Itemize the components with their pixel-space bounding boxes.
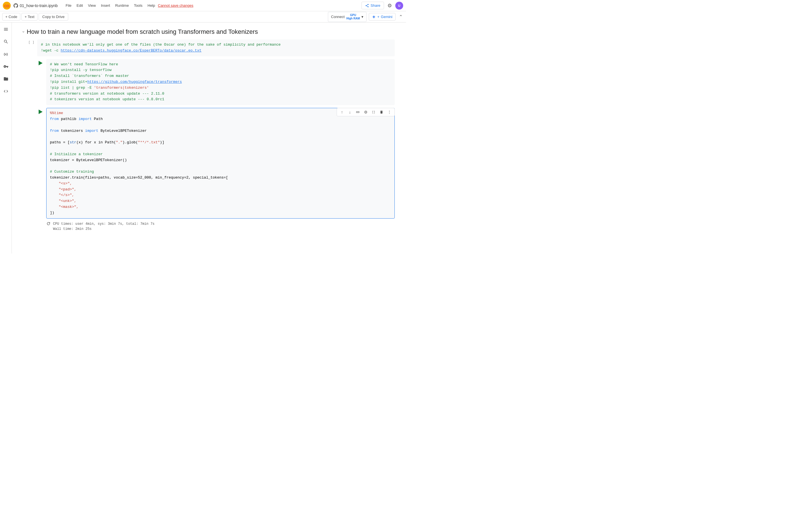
notebook-filename[interactable]: 01_how-to-train.ipynb (20, 3, 58, 8)
expand-cell-icon[interactable] (370, 109, 377, 115)
search-icon (3, 39, 8, 44)
connect-button[interactable]: Connect GPUHigh RAM ▾ (328, 12, 366, 22)
cell-2-line-4: !pip install git+https://github.com/hugg… (50, 79, 391, 85)
cell-3-toolbar: ↑ ↓ ⚙ ⋮ (337, 108, 395, 116)
cell-2-label (23, 59, 37, 60)
cell-3-line-11: tokenizer.train(files=paths, vocab_size=… (50, 175, 391, 181)
share-label: Share (370, 3, 380, 8)
expand-icon[interactable]: ⌃ (398, 13, 404, 20)
share-button[interactable]: Share (361, 2, 384, 9)
wget-prefix: !wget -c (41, 48, 61, 53)
move-down-icon[interactable]: ↓ (347, 109, 353, 115)
notebook-title: 01_how-to-train.ipynb (13, 3, 58, 8)
connect-dropdown-icon[interactable]: ▾ (361, 15, 363, 19)
cell-3-blank-1 (50, 122, 391, 128)
wget-url: https://cdn-datasets.huggingface.co/Espe… (61, 48, 201, 53)
output-line-1: CPU times: user 4min, sys: 3min 7s, tota… (53, 221, 154, 226)
output-content: CPU times: user 4min, sys: 3min 7s, tota… (53, 221, 154, 231)
cell-3-line-15: "<unk>", (50, 198, 391, 204)
cell-3-line-1: from pathlib import Path (50, 116, 391, 122)
main-layout: {x} › How to train a new language model … (0, 22, 406, 253)
topbar-right: Share ⚙ U (361, 2, 403, 10)
cell-3-run-button[interactable] (37, 108, 44, 115)
sidebar-variable-icon[interactable]: {x} (1, 50, 10, 59)
cell-3-line-7: # Initialize a tokenizer (50, 152, 391, 158)
cell-2-line-3: # Install `transformers` from master (50, 73, 391, 79)
menu-insert[interactable]: Insert (99, 2, 112, 9)
cell-2-content[interactable]: # We won't need TensorFlow here !pip uni… (46, 59, 395, 105)
gemini-icon (372, 15, 376, 19)
cell-3-line-16: "<mask>", (50, 204, 391, 210)
colab-logo[interactable]: C O (3, 2, 11, 10)
cell-3-line-12: "<s>", (50, 181, 391, 187)
cell-3-line-17: ]) (50, 210, 391, 216)
topbar: C O 01_how-to-train.ipynb File Edit View… (0, 0, 406, 11)
cell-3-line-8: tokenizer = ByteLevelBPETokenizer() (50, 158, 391, 163)
folder-icon (3, 76, 8, 81)
hamburger-icon (3, 27, 8, 32)
cell-3-line-10: # Customize training (50, 169, 391, 175)
run-triangle-icon (39, 61, 43, 65)
cell-3-content[interactable]: %%time from pathlib import Path from tok… (46, 108, 395, 218)
run-triangle-icon-3 (39, 110, 43, 114)
cell-3-line-13: "<pad>", (50, 187, 391, 193)
cell-3-output: CPU times: user 4min, sys: 3min 7s, tota… (46, 220, 395, 233)
sidebar-secrets-icon[interactable] (1, 62, 10, 71)
output-refresh-icon (46, 221, 51, 226)
user-avatar[interactable]: U (395, 2, 403, 10)
more-options-icon[interactable]: ⋮ (386, 109, 393, 115)
menu-runtime[interactable]: Runtime (113, 2, 131, 9)
gemini-button[interactable]: + Gemini (369, 13, 396, 20)
cell-1-label: [ ] (23, 40, 37, 45)
notebook-heading-cell: › How to train a new language model from… (23, 22, 395, 38)
cell-1-content[interactable]: # in this notebook we'll only get one of… (37, 40, 395, 56)
cell-2-line-2: !pip uninstall -y tensorflow (50, 67, 391, 73)
menu-file[interactable]: File (63, 2, 74, 9)
github-icon (13, 3, 18, 8)
cell-3-line-14: "</s>", (50, 192, 391, 198)
menu-help[interactable]: Help (145, 2, 157, 9)
settings-icon[interactable]: ⚙ (388, 3, 392, 9)
delete-cell-icon[interactable] (378, 109, 385, 115)
cell-1-line-2: !wget -c https://cdn-datasets.huggingfac… (41, 48, 391, 54)
cell-3-blank-2 (50, 134, 391, 140)
cell-1-line-1: # in this notebook we'll only get one of… (41, 42, 391, 48)
move-up-icon[interactable]: ↑ (339, 109, 345, 115)
sidebar-menu-icon[interactable] (1, 25, 10, 34)
cell-3-line-5: paths = [str(x) for x in Path(".").glob(… (50, 140, 391, 146)
trash-icon (379, 110, 384, 114)
cell-3-blank-3 (50, 146, 391, 152)
avatar-initials: U (398, 4, 400, 7)
sidebar-files-icon[interactable] (1, 74, 10, 83)
cell-2: # We won't need TensorFlow here !pip uni… (23, 58, 395, 107)
key-icon (3, 64, 8, 69)
copy-to-drive-button[interactable]: Copy to Drive (39, 13, 68, 20)
chain-icon (356, 110, 360, 114)
sidebar-search-icon[interactable] (1, 37, 10, 46)
cell-2-run-button[interactable] (37, 60, 44, 66)
add-code-button[interactable]: + Code (2, 13, 20, 20)
menu-edit[interactable]: Edit (74, 2, 85, 9)
left-sidebar: {x} (0, 22, 12, 253)
svg-text:O: O (6, 4, 9, 8)
cell-3: %%time from pathlib import Path from tok… (23, 107, 395, 219)
cell-2-line-5: !pip list | grep -E 'transformers|tokeni… (50, 85, 391, 91)
gemini-plus: + (377, 15, 379, 19)
cell-2-line-7: # tokenizers version at notebook update … (50, 97, 391, 103)
add-text-button[interactable]: + Text (21, 13, 38, 20)
cell-settings-icon[interactable]: ⚙ (362, 109, 369, 115)
cannot-save-message[interactable]: Cannot save changes (158, 3, 193, 8)
menu-view[interactable]: View (86, 2, 98, 9)
cell-2-line-6: # transformers version at notebook updat… (50, 91, 391, 97)
variable-label: {x} (4, 52, 8, 56)
cell-3-line-3: from tokenizers import ByteLevelBPEToken… (50, 128, 391, 134)
menu-tools[interactable]: Tools (132, 2, 145, 9)
sidebar-code-icon[interactable] (1, 87, 10, 96)
content-area[interactable]: › How to train a new language model from… (12, 22, 406, 253)
link-cell-icon[interactable] (354, 109, 361, 115)
collapse-arrow-icon[interactable]: › (21, 31, 26, 33)
notebook-main-heading: How to train a new language model from s… (27, 28, 258, 36)
menu-bar: File Edit View Insert Runtime Tools Help… (63, 2, 362, 9)
cell-3-blank-4 (50, 163, 391, 169)
gemini-label: Gemini (381, 15, 393, 19)
